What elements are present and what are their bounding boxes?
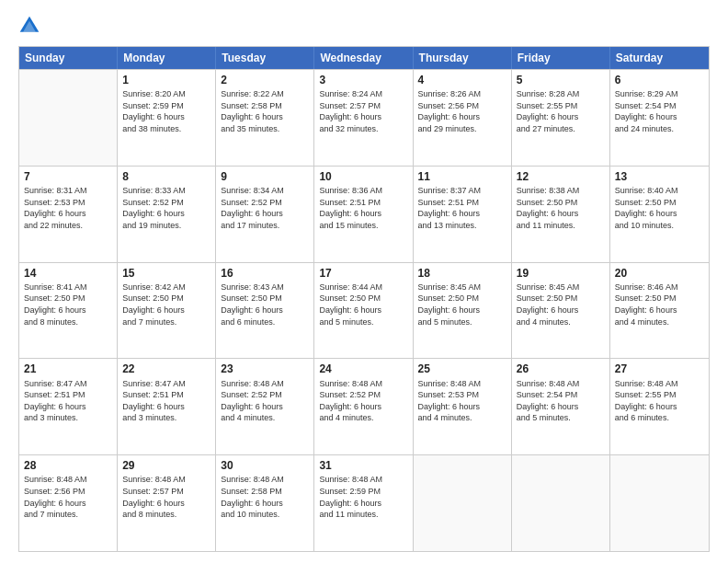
cell-info: Sunrise: 8:45 AM Sunset: 2:50 PM Dayligh… (418, 282, 506, 327)
day-number: 5 (517, 73, 605, 87)
logo-icon (18, 15, 40, 37)
cal-week-row: 21Sunrise: 8:47 AM Sunset: 2:51 PM Dayli… (19, 358, 709, 454)
day-number: 18 (418, 266, 506, 281)
cell-info: Sunrise: 8:36 AM Sunset: 2:51 PM Dayligh… (319, 185, 407, 231)
cal-cell: 12Sunrise: 8:38 AM Sunset: 2:50 PM Dayli… (512, 167, 610, 262)
day-number: 23 (221, 362, 309, 376)
day-number: 30 (221, 458, 309, 473)
cal-week-row: 7Sunrise: 8:31 AM Sunset: 2:53 PM Daylig… (19, 166, 709, 262)
cell-info: Sunrise: 8:38 AM Sunset: 2:50 PM Dayligh… (517, 185, 605, 231)
cal-cell: 16Sunrise: 8:43 AM Sunset: 2:50 PM Dayli… (216, 263, 314, 359)
cell-info: Sunrise: 8:45 AM Sunset: 2:50 PM Dayligh… (517, 282, 605, 327)
cal-header-cell: Friday (512, 47, 610, 69)
cal-cell: 13Sunrise: 8:40 AM Sunset: 2:50 PM Dayli… (610, 167, 709, 262)
day-number: 3 (319, 73, 407, 87)
cell-info: Sunrise: 8:47 AM Sunset: 2:51 PM Dayligh… (122, 378, 210, 424)
cal-cell: 4Sunrise: 8:26 AM Sunset: 2:56 PM Daylig… (414, 70, 512, 166)
cell-info: Sunrise: 8:48 AM Sunset: 2:52 PM Dayligh… (319, 378, 407, 424)
day-number: 20 (615, 266, 704, 281)
cal-week-row: 1Sunrise: 8:20 AM Sunset: 2:59 PM Daylig… (19, 69, 709, 166)
cal-cell: 15Sunrise: 8:42 AM Sunset: 2:50 PM Dayli… (118, 263, 216, 359)
cal-cell: 1Sunrise: 8:20 AM Sunset: 2:59 PM Daylig… (118, 70, 216, 166)
day-number: 21 (24, 362, 112, 376)
cal-cell: 21Sunrise: 8:47 AM Sunset: 2:51 PM Dayli… (19, 359, 118, 454)
day-number: 24 (319, 362, 407, 376)
cal-week-row: 28Sunrise: 8:48 AM Sunset: 2:56 PM Dayli… (19, 454, 709, 551)
day-number: 7 (24, 169, 112, 184)
cell-info: Sunrise: 8:20 AM Sunset: 2:59 PM Dayligh… (122, 88, 210, 134)
cal-cell: 27Sunrise: 8:48 AM Sunset: 2:55 PM Dayli… (610, 359, 709, 454)
day-number: 29 (122, 458, 210, 473)
cell-info: Sunrise: 8:48 AM Sunset: 2:59 PM Dayligh… (319, 474, 407, 520)
cal-cell: 29Sunrise: 8:48 AM Sunset: 2:57 PM Dayli… (118, 455, 216, 551)
cell-info: Sunrise: 8:48 AM Sunset: 2:54 PM Dayligh… (517, 378, 605, 424)
day-number: 8 (122, 169, 210, 184)
cal-header-cell: Thursday (414, 47, 512, 69)
cal-cell: 31Sunrise: 8:48 AM Sunset: 2:59 PM Dayli… (314, 455, 413, 551)
cell-info: Sunrise: 8:47 AM Sunset: 2:51 PM Dayligh… (24, 378, 112, 424)
cal-header-cell: Wednesday (314, 47, 413, 69)
cell-info: Sunrise: 8:48 AM Sunset: 2:56 PM Dayligh… (24, 474, 112, 520)
cal-cell: 7Sunrise: 8:31 AM Sunset: 2:53 PM Daylig… (19, 167, 118, 262)
cal-cell: 17Sunrise: 8:44 AM Sunset: 2:50 PM Dayli… (314, 263, 413, 359)
cal-cell (512, 455, 610, 551)
cal-cell: 23Sunrise: 8:48 AM Sunset: 2:52 PM Dayli… (216, 359, 314, 454)
day-number: 1 (122, 73, 210, 87)
cell-info: Sunrise: 8:48 AM Sunset: 2:52 PM Dayligh… (221, 378, 309, 424)
day-number: 2 (221, 73, 309, 87)
cell-info: Sunrise: 8:48 AM Sunset: 2:58 PM Dayligh… (221, 474, 309, 520)
day-number: 12 (517, 169, 605, 184)
calendar: SundayMondayTuesdayWednesdayThursdayFrid… (18, 46, 710, 552)
cell-info: Sunrise: 8:41 AM Sunset: 2:50 PM Dayligh… (24, 282, 112, 327)
cal-cell: 9Sunrise: 8:34 AM Sunset: 2:52 PM Daylig… (216, 167, 314, 262)
logo (18, 15, 44, 37)
cell-info: Sunrise: 8:40 AM Sunset: 2:50 PM Dayligh… (615, 185, 704, 231)
day-number: 19 (517, 266, 605, 281)
cal-cell (610, 455, 709, 551)
day-number: 9 (221, 169, 309, 184)
cal-cell: 8Sunrise: 8:33 AM Sunset: 2:52 PM Daylig… (118, 167, 216, 262)
cal-cell: 25Sunrise: 8:48 AM Sunset: 2:53 PM Dayli… (414, 359, 512, 454)
calendar-header: SundayMondayTuesdayWednesdayThursdayFrid… (19, 47, 709, 69)
cal-cell (414, 455, 512, 551)
cell-info: Sunrise: 8:42 AM Sunset: 2:50 PM Dayligh… (122, 282, 210, 327)
cal-cell: 28Sunrise: 8:48 AM Sunset: 2:56 PM Dayli… (19, 455, 118, 551)
cell-info: Sunrise: 8:22 AM Sunset: 2:58 PM Dayligh… (221, 88, 309, 134)
cal-cell: 22Sunrise: 8:47 AM Sunset: 2:51 PM Dayli… (118, 359, 216, 454)
cell-info: Sunrise: 8:44 AM Sunset: 2:50 PM Dayligh… (319, 282, 407, 327)
cell-info: Sunrise: 8:29 AM Sunset: 2:54 PM Dayligh… (615, 88, 704, 134)
cell-info: Sunrise: 8:33 AM Sunset: 2:52 PM Dayligh… (122, 185, 210, 231)
cal-header-cell: Monday (118, 47, 216, 69)
cal-cell: 26Sunrise: 8:48 AM Sunset: 2:54 PM Dayli… (512, 359, 610, 454)
cal-header-cell: Sunday (19, 47, 118, 69)
calendar-body: 1Sunrise: 8:20 AM Sunset: 2:59 PM Daylig… (19, 69, 709, 551)
header (18, 15, 710, 37)
cell-info: Sunrise: 8:28 AM Sunset: 2:55 PM Dayligh… (517, 88, 605, 134)
cal-cell (19, 70, 118, 166)
cell-info: Sunrise: 8:34 AM Sunset: 2:52 PM Dayligh… (221, 185, 309, 231)
day-number: 15 (122, 266, 210, 281)
cal-cell: 2Sunrise: 8:22 AM Sunset: 2:58 PM Daylig… (216, 70, 314, 166)
cal-cell: 11Sunrise: 8:37 AM Sunset: 2:51 PM Dayli… (414, 167, 512, 262)
day-number: 16 (221, 266, 309, 281)
day-number: 14 (24, 266, 112, 281)
cal-header-cell: Saturday (610, 47, 709, 69)
day-number: 13 (615, 169, 704, 184)
day-number: 17 (319, 266, 407, 281)
cal-header-cell: Tuesday (216, 47, 314, 69)
cell-info: Sunrise: 8:43 AM Sunset: 2:50 PM Dayligh… (221, 282, 309, 327)
cal-cell: 3Sunrise: 8:24 AM Sunset: 2:57 PM Daylig… (314, 70, 413, 166)
cell-info: Sunrise: 8:48 AM Sunset: 2:55 PM Dayligh… (615, 378, 704, 424)
cal-cell: 6Sunrise: 8:29 AM Sunset: 2:54 PM Daylig… (610, 70, 709, 166)
cal-week-row: 14Sunrise: 8:41 AM Sunset: 2:50 PM Dayli… (19, 262, 709, 359)
cal-cell: 5Sunrise: 8:28 AM Sunset: 2:55 PM Daylig… (512, 70, 610, 166)
cell-info: Sunrise: 8:48 AM Sunset: 2:53 PM Dayligh… (418, 378, 506, 424)
cell-info: Sunrise: 8:31 AM Sunset: 2:53 PM Dayligh… (24, 185, 112, 231)
cell-info: Sunrise: 8:24 AM Sunset: 2:57 PM Dayligh… (319, 88, 407, 134)
day-number: 6 (615, 73, 704, 87)
cell-info: Sunrise: 8:37 AM Sunset: 2:51 PM Dayligh… (418, 185, 506, 231)
page: SundayMondayTuesdayWednesdayThursdayFrid… (0, 0, 728, 563)
day-number: 27 (615, 362, 704, 376)
cal-cell: 30Sunrise: 8:48 AM Sunset: 2:58 PM Dayli… (216, 455, 314, 551)
cell-info: Sunrise: 8:48 AM Sunset: 2:57 PM Dayligh… (122, 474, 210, 520)
